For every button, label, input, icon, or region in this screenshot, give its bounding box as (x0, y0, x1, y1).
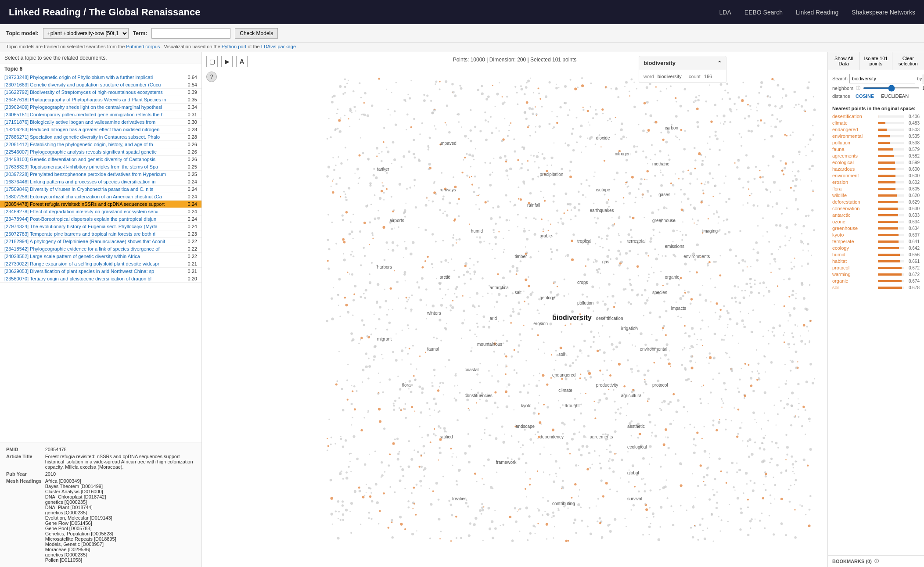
scatter-word[interactable]: flora (402, 383, 411, 388)
scatter-word[interactable]: ecological (627, 445, 647, 449)
scatter-word[interactable]: ratified (440, 434, 453, 439)
nearest-word[interactable]: organic (832, 278, 876, 284)
cosine-btn[interactable]: COSINE (854, 93, 876, 99)
scatter-word[interactable]: tropical (577, 239, 591, 244)
nav-eebo[interactable]: EEBO Search (744, 9, 783, 16)
scatter-word[interactable]: gases (658, 192, 670, 197)
by-select[interactable]: word (922, 74, 924, 83)
nearest-word[interactable]: antarctic (832, 212, 876, 218)
scatter-word[interactable]: unpaved (440, 141, 457, 146)
nearest-word[interactable]: wildlife (832, 193, 876, 198)
doc-row[interactable]: [18206283] Reduced nitrogen has a greate… (0, 126, 201, 133)
doc-row[interactable]: [23629053] Diversification of plant spec… (0, 268, 201, 275)
scatter-word[interactable]: carbon (665, 126, 679, 130)
scatter-word[interactable]: geology (540, 295, 555, 300)
doc-row[interactable]: [23418542] Phylogeographic evidence for … (0, 245, 201, 253)
scatter-word[interactable]: environments (683, 254, 710, 259)
nearest-word[interactable]: ecology (832, 245, 876, 251)
nearest-word[interactable]: deforestation (832, 199, 876, 205)
topic-model-select[interactable]: +plant +biodiversity-bow [50t,1 (43, 28, 129, 39)
scatter-word[interactable]: coastal (465, 367, 479, 372)
scatter-word[interactable]: rainfall (527, 203, 540, 208)
nav-lda[interactable]: LDA (719, 9, 731, 16)
scatter-word[interactable]: framework (496, 460, 517, 465)
scatter-word[interactable]: desertification (596, 316, 623, 321)
scatter-word[interactable]: antarctica (490, 285, 509, 290)
doc-row[interactable]: [26467618] Phytogeography of Phytophagou… (0, 96, 201, 104)
ldavis-link[interactable]: LDAvis package (261, 44, 296, 49)
scatter-word[interactable]: environmental (640, 347, 668, 352)
scatter-word[interactable]: pollution (577, 301, 593, 305)
pubmed-link[interactable]: Pubmed corpus (126, 44, 160, 49)
nearest-word[interactable]: agreements (832, 153, 876, 158)
doc-row[interactable]: [22546007] Phylogeographic analysis reve… (0, 148, 201, 156)
doc-row[interactable]: [22081412] Establishing the phylogenetic… (0, 141, 201, 148)
scatter-word[interactable]: climate (558, 388, 572, 393)
nearest-word[interactable]: kyoto (832, 232, 876, 237)
doc-row[interactable]: [19723248] Phylogenetic origin of Phyllo… (0, 74, 201, 81)
scatter-word[interactable]: harbors (377, 265, 392, 269)
scatter-word[interactable]: nitrogen (615, 151, 631, 156)
nearest-word[interactable]: environmental (832, 133, 876, 139)
nav-linked-reading[interactable]: Linked Reading (796, 9, 838, 16)
nav-shakespeare[interactable]: Shakespeare Networks (852, 9, 915, 16)
scatter-word[interactable]: survival (627, 496, 642, 501)
scatter-word[interactable]: organic (665, 275, 680, 280)
lasso-btn[interactable]: A (236, 56, 248, 67)
scatter-word[interactable]: gas (602, 259, 609, 264)
scatter-word[interactable]: methane (652, 161, 669, 166)
scatter-word[interactable]: imaging (702, 229, 718, 233)
scatter-word[interactable]: constituencies (465, 393, 493, 398)
euclidean-btn[interactable]: EUCLIDEAN (879, 93, 910, 99)
scatter-word[interactable]: isotope (596, 187, 611, 192)
scatter-word[interactable]: arable (540, 233, 552, 238)
scatter-word[interactable]: agricultural (621, 393, 643, 398)
scatter-word[interactable]: kyoto (521, 403, 532, 408)
clear-selection-btn[interactable]: Clear selection (892, 52, 924, 70)
nearest-word[interactable]: climate (832, 120, 876, 126)
doc-row[interactable]: [22730022] Range expansion of a selfing … (0, 260, 201, 268)
scatter-word[interactable]: winters (427, 311, 441, 316)
scatter-word[interactable]: precipitation (540, 172, 564, 177)
scatter-word[interactable]: aesthetic (627, 424, 645, 429)
neighbors-slider[interactable] (863, 87, 920, 89)
doc-row[interactable]: [27974324] The evolutionary history of E… (0, 223, 201, 230)
doc-row[interactable]: [20854478] Forest refugia revisited: nSS… (0, 201, 201, 208)
nearest-word[interactable]: pollution (832, 140, 876, 145)
scatter-word[interactable]: migrant (377, 337, 392, 341)
doc-row[interactable]: [23560070] Tertiary origin and pleistoce… (0, 275, 201, 283)
scatter-word[interactable]: treaties (452, 496, 467, 501)
scatter-word[interactable]: salt (515, 290, 522, 295)
doc-row[interactable]: [17638329] Topoisomerase-II-inhibitory p… (0, 163, 201, 171)
doc-row[interactable]: [16876446] Linking patterns and processe… (0, 178, 201, 186)
scatter-word[interactable]: irrigation (621, 326, 638, 331)
doc-row[interactable]: [23071663] Genetic diversity and populat… (0, 81, 201, 89)
nearest-word[interactable]: flora (832, 186, 876, 191)
doc-row[interactable]: [23469278] Effect of degradation intensi… (0, 208, 201, 215)
zoom-rect-btn[interactable]: ▢ (206, 56, 218, 67)
doc-row[interactable]: [23962409] Phylogeography sheds light on… (0, 104, 201, 111)
show-all-btn[interactable]: Show All Data (828, 52, 860, 70)
scatter-word[interactable]: tanker (377, 167, 389, 172)
isolate-btn[interactable]: Isolate 101 points (860, 52, 892, 70)
doc-row[interactable]: [25072783] Temperate pine barrens and tr… (0, 230, 201, 238)
nearest-word[interactable]: hazardous (832, 166, 876, 172)
scatter-word[interactable]: species (652, 290, 667, 295)
nearest-word[interactable]: warming (832, 272, 876, 277)
scatter-word[interactable]: runways (440, 187, 456, 192)
scatter-word[interactable]: biodiversity (552, 314, 592, 321)
scatter-word[interactable]: dependency (540, 434, 564, 439)
word-info-chevron[interactable]: ⌃ (717, 60, 722, 66)
scatter-plot[interactable]: biodiversityunpaveddioxidecarbontankerni… (202, 52, 827, 567)
search-input[interactable] (849, 74, 915, 83)
scatter-word[interactable]: protocol (652, 383, 668, 388)
pan-btn[interactable]: ▶ (221, 56, 233, 67)
doc-row[interactable]: [17191876] Biologically active ibogan an… (0, 118, 201, 126)
scatter-word[interactable]: global (627, 470, 639, 475)
doc-row[interactable]: [18807258] Ectomycorrhizal characterizat… (0, 193, 201, 201)
scatter-word[interactable]: contributing (552, 501, 575, 506)
scatter-word[interactable]: timber (515, 254, 527, 259)
doc-row[interactable]: [24028582] Large-scale pattern of geneti… (0, 253, 201, 260)
scatter-word[interactable]: drought (565, 403, 580, 408)
nearest-word[interactable]: ecological (832, 160, 876, 165)
